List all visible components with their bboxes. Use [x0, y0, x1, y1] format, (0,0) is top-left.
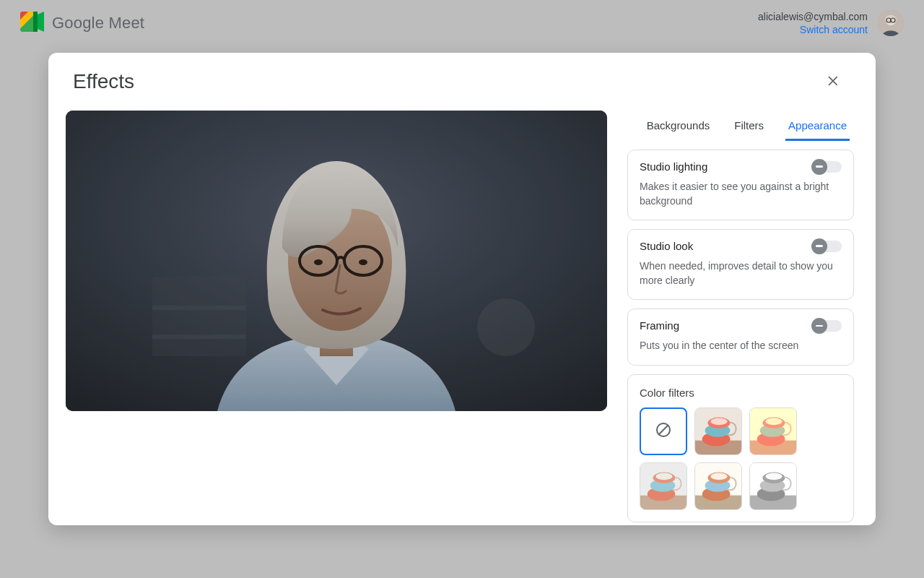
effects-tabs: Backgrounds Filters Appearance	[626, 111, 855, 141]
setting-framing: Framing Puts you in the center of the sc…	[627, 309, 854, 366]
account-email: alicialewis@cymbal.com	[758, 11, 868, 22]
color-filter-cool[interactable]	[694, 462, 742, 510]
close-icon	[827, 74, 841, 90]
minus-icon	[811, 318, 827, 334]
color-filter-none[interactable]	[640, 407, 687, 455]
minus-icon	[811, 238, 827, 254]
tab-backgrounds[interactable]: Backgrounds	[644, 113, 713, 141]
dialog-header: Effects	[48, 53, 876, 111]
svg-point-31	[765, 418, 782, 426]
setting-description: Makes it easier to see you against a bri…	[640, 180, 842, 208]
color-filter-warm[interactable]	[694, 407, 742, 455]
effects-dialog: Effects	[48, 53, 876, 525]
setting-description: When needed, improves detail to show you…	[640, 259, 842, 288]
toggle-studio-look[interactable]	[813, 241, 842, 252]
color-filter-mono[interactable]	[749, 462, 797, 510]
setting-studio-lighting: Studio lighting Makes it easier to see y…	[627, 150, 854, 220]
account-block: alicialewis@cymbal.com Switch account	[758, 10, 904, 36]
setting-studio-look: Studio look When needed, improves detail…	[627, 229, 854, 300]
color-filter-soft[interactable]	[640, 462, 687, 510]
color-filter-options	[640, 407, 842, 510]
video-preview	[66, 111, 607, 411]
toggle-framing[interactable]	[813, 320, 842, 332]
no-filter-icon	[655, 421, 672, 441]
svg-line-19	[659, 426, 668, 434]
setting-title: Studio look	[640, 240, 693, 252]
toggle-studio-lighting[interactable]	[813, 161, 842, 173]
brand: Google Meet	[20, 12, 144, 35]
svg-point-25	[710, 418, 727, 426]
svg-point-49	[765, 473, 782, 480]
dialog-title: Effects	[73, 70, 134, 93]
setting-color-filters: Color filters	[627, 374, 854, 522]
svg-point-43	[710, 473, 727, 480]
close-button[interactable]	[819, 67, 848, 96]
color-filter-peach[interactable]	[749, 407, 797, 455]
setting-description: Puts you in the center of the screen	[640, 339, 842, 353]
tab-appearance[interactable]: Appearance	[785, 113, 850, 141]
svg-rect-0	[33, 12, 38, 32]
effects-side-panel: Backgrounds Filters Appearance Studio li…	[626, 111, 855, 525]
svg-point-37	[655, 473, 672, 480]
meet-logo-icon	[20, 12, 45, 35]
svg-rect-17	[66, 111, 607, 411]
setting-title: Studio lighting	[640, 160, 707, 173]
minus-icon	[811, 159, 827, 175]
color-filters-title: Color filters	[640, 387, 842, 399]
switch-account-link[interactable]: Switch account	[800, 24, 868, 35]
setting-title: Framing	[640, 319, 679, 332]
appearance-settings-list: Studio lighting Makes it easier to see y…	[626, 141, 855, 525]
top-bar: Google Meet alicialewis@cymbal.com Switc…	[0, 0, 924, 46]
app-name: Google Meet	[52, 14, 144, 33]
tab-filters[interactable]: Filters	[731, 113, 767, 141]
avatar[interactable]	[878, 10, 904, 36]
